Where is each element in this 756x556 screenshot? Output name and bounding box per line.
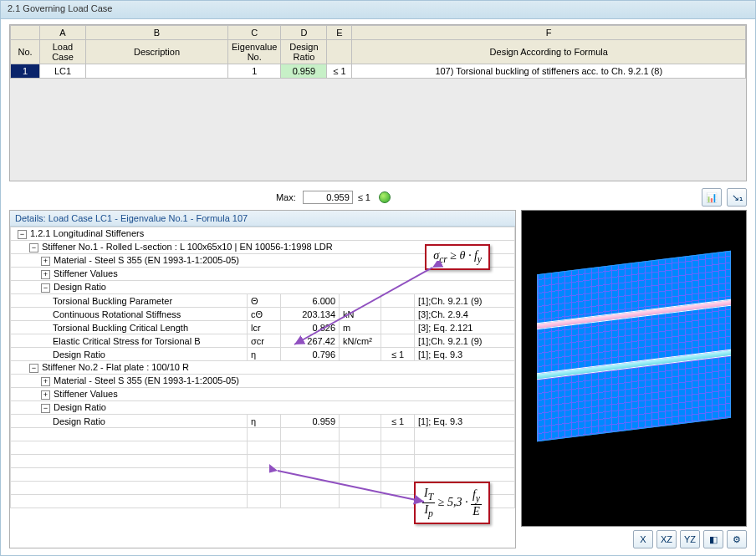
window: 2.1 Governing Load Case A B C D E F No. …: [0, 0, 756, 556]
top-grid-wrap: A B C D E F No. LoadCase Description Eig…: [1, 19, 755, 185]
view-yz-button[interactable]: YZ: [680, 530, 700, 548]
row-lc[interactable]: LC1: [40, 64, 86, 79]
row-ratio[interactable]: 0.959: [281, 64, 327, 79]
ok-icon: [379, 191, 391, 203]
details-panel: Details: Load Case LC1 - Eigenvalue No.1…: [9, 210, 516, 548]
node-designratio2[interactable]: −Design Ratio: [11, 401, 515, 415]
detail-row[interactable]: Torsional Buckling ParameterΘ6.000[1];Ch…: [11, 294, 515, 308]
max-row: Max: ≤ 1 📊 ↘₁: [1, 185, 755, 210]
hdr-le: [327, 40, 352, 64]
row-le[interactable]: ≤ 1: [327, 64, 352, 79]
detail-row[interactable]: Continuous Rotational StiffnesscΘ203.134…: [11, 308, 515, 321]
detail-row[interactable]: Torsional Buckling Critical Lengthlcr0.8…: [11, 321, 515, 334]
col-F: F: [352, 26, 746, 40]
max-le: ≤ 1: [358, 192, 370, 202]
top-grid-container[interactable]: A B C D E F No. LoadCase Description Eig…: [9, 24, 747, 181]
col-D: D: [281, 26, 327, 40]
max-label: Max:: [276, 192, 296, 202]
row-formula[interactable]: 107) Torsional buckling of stiffeners ac…: [352, 64, 746, 79]
hdr-formula: Design According to Formula: [352, 40, 746, 64]
detail-row[interactable]: Elastic Critical Stress for Torsional Bσ…: [11, 334, 515, 348]
viewport-3d[interactable]: [521, 210, 747, 527]
hdr-eig: EigenvalueNo.: [228, 40, 281, 64]
view-iso-button[interactable]: ◧: [703, 530, 723, 548]
detail-row[interactable]: Design Ratioη0.796≤ 1[1]; Eq. 9.3: [11, 348, 515, 361]
row-desc[interactable]: [86, 64, 228, 79]
goto-button[interactable]: ↘₁: [727, 188, 747, 207]
details-header: Details: Load Case LC1 - Eigenvalue No.1…: [10, 211, 515, 227]
split-pane: Details: Load Case LC1 - Eigenvalue No.1…: [1, 210, 755, 555]
view-x-button[interactable]: X: [633, 530, 653, 548]
max-input[interactable]: [303, 191, 353, 204]
row-no[interactable]: 1: [11, 64, 40, 79]
node-material2[interactable]: +Material - Steel S 355 (EN 1993-1-1:200…: [11, 375, 515, 388]
view-buttons: X XZ YZ ◧ ⚙: [521, 530, 747, 548]
node-designratio1[interactable]: −Design Ratio: [11, 281, 515, 294]
hdr-no: No.: [11, 40, 40, 64]
table-row[interactable]: 1 LC1 1 0.959 ≤ 1 107) Torsional bucklin…: [11, 64, 746, 79]
viewer-panel: X XZ YZ ◧ ⚙: [521, 210, 747, 548]
view-print-button[interactable]: ⚙: [727, 530, 747, 548]
node-values2[interactable]: +Stiffener Values: [11, 388, 515, 401]
governing-load-table[interactable]: A B C D E F No. LoadCase Description Eig…: [10, 25, 746, 79]
formula-callout-top: σcr ≥ θ · fy: [425, 244, 490, 270]
formula-callout-bottom: ITIp ≥ 5,3 · fyE: [414, 482, 490, 524]
col-C: C: [228, 26, 281, 40]
hdr-ratio: DesignRatio: [281, 40, 327, 64]
detail-row[interactable]: Design Ratioη0.959≤ 1[1]; Eq. 9.3: [11, 415, 515, 428]
col-A: A: [40, 26, 86, 40]
col-E: E: [327, 26, 352, 40]
hdr-desc: Description: [86, 40, 228, 64]
node-121[interactable]: −1.2.1 Longitudinal Stiffeners: [11, 227, 515, 241]
node-stiff2[interactable]: −Stiffener No.2 - Flat plate : 100/10 R: [11, 361, 515, 375]
col-B: B: [86, 26, 228, 40]
hdr-lc: LoadCase: [40, 40, 86, 64]
row-eig[interactable]: 1: [228, 64, 281, 79]
plate-mesh: [537, 251, 731, 441]
view-xz-button[interactable]: XZ: [656, 530, 677, 548]
window-title: 2.1 Governing Load Case: [1, 1, 755, 19]
filter-button[interactable]: 📊: [702, 188, 722, 207]
